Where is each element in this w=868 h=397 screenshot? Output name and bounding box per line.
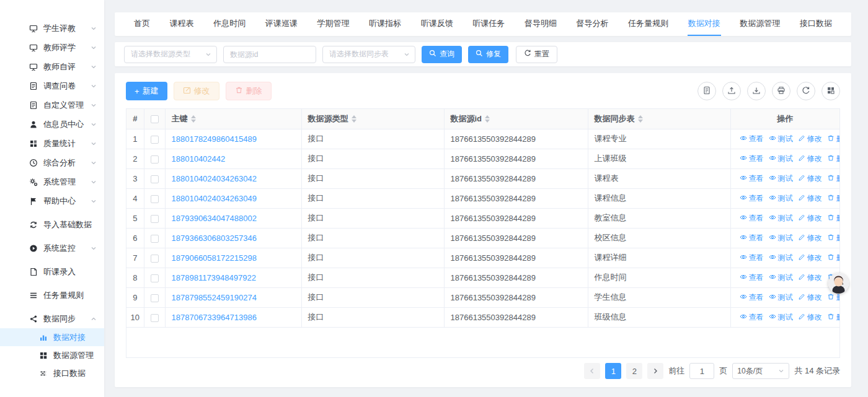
sidebar-item-11[interactable]: 系统监控 (0, 238, 104, 258)
row-action-modify[interactable]: 修改 (798, 154, 822, 164)
sidebar-item-1[interactable]: 教师评学 (0, 38, 104, 57)
row-action-test[interactable]: 测试 (769, 134, 793, 144)
header-source-id[interactable]: 数据源id (444, 109, 588, 129)
row-action-view[interactable]: 查看 (740, 233, 764, 243)
row-action-view[interactable]: 查看 (740, 213, 764, 224)
row-action-delete[interactable]: 删除 (827, 193, 840, 204)
row-action-view[interactable]: 查看 (740, 253, 764, 263)
header-pk[interactable]: 主键 (165, 109, 301, 129)
row-action-test[interactable]: 测试 (769, 253, 793, 263)
row-action-delete[interactable]: 删除 (827, 233, 840, 243)
sidebar-item-4[interactable]: 自定义管理 (0, 95, 104, 115)
row-action-modify[interactable]: 修改 (798, 233, 822, 243)
row-action-view[interactable]: 查看 (740, 173, 764, 184)
tab-10[interactable]: 任务量规则 (627, 12, 669, 36)
sidebar-item-16[interactable]: 数据源管理 (0, 346, 104, 364)
row-action-test[interactable]: 测试 (769, 312, 793, 323)
row-action-test[interactable]: 测试 (769, 173, 793, 184)
row-pk-link[interactable]: 1880104024034263049 (172, 194, 257, 203)
row-action-view[interactable]: 查看 (740, 193, 764, 204)
row-action-modify[interactable]: 修改 (798, 134, 822, 144)
layout-button[interactable] (822, 82, 840, 100)
sidebar-item-7[interactable]: 综合分析 (0, 153, 104, 172)
row-action-test[interactable]: 测试 (769, 292, 793, 303)
row-checkbox-cell[interactable] (144, 287, 165, 307)
repair-button[interactable]: 修复 (468, 46, 508, 63)
sidebar-item-12[interactable]: 听课录入 (0, 262, 104, 281)
row-action-view[interactable]: 查看 (740, 292, 764, 303)
sidebar-item-6[interactable]: 质量统计 (0, 134, 104, 153)
tab-11[interactable]: 数据对接 (688, 12, 721, 36)
row-checkbox-cell[interactable] (144, 228, 165, 248)
row-action-test[interactable]: 测试 (769, 273, 793, 283)
row-action-delete[interactable]: 删除 (827, 213, 840, 224)
row-checkbox-cell[interactable] (144, 168, 165, 188)
row-action-view[interactable]: 查看 (740, 134, 764, 144)
row-checkbox-cell[interactable] (144, 248, 165, 268)
create-button[interactable]: + 新建 (126, 82, 167, 100)
row-pk-link[interactable]: 1879366306803257346 (172, 233, 257, 243)
header-select-all[interactable] (144, 109, 165, 129)
refresh-button[interactable] (797, 82, 815, 100)
row-action-delete[interactable]: 删除 (827, 173, 840, 184)
row-action-view[interactable]: 查看 (740, 154, 764, 164)
row-action-test[interactable]: 测试 (769, 213, 793, 224)
sidebar-item-15[interactable]: 数据对接 (0, 328, 104, 346)
next-page-button[interactable] (647, 363, 663, 379)
sort-carets-icon[interactable] (638, 115, 643, 123)
select-all-checkbox[interactable] (151, 115, 159, 123)
prev-page-button[interactable] (584, 363, 600, 379)
row-action-test[interactable]: 测试 (769, 154, 793, 164)
delete-button[interactable]: 删除 (226, 82, 272, 100)
row-pk-link[interactable]: 1878981173948497922 (172, 273, 256, 282)
source-id-input[interactable] (223, 46, 316, 63)
tab-5[interactable]: 听课指标 (368, 12, 402, 36)
print-button[interactable] (772, 82, 790, 100)
row-pk-link[interactable]: 188010402442 (172, 154, 226, 164)
query-button[interactable]: 查询 (422, 46, 462, 63)
row-action-view[interactable]: 查看 (740, 312, 764, 323)
row-action-delete[interactable]: 删除 (827, 134, 840, 144)
tab-6[interactable]: 听课反馈 (420, 12, 454, 36)
document-button[interactable] (698, 82, 716, 100)
row-action-delete[interactable]: 删除 (827, 312, 840, 323)
row-action-view[interactable]: 查看 (740, 273, 764, 283)
sidebar-item-10[interactable]: 导入基础数据 (0, 215, 104, 234)
page-size-select[interactable]: 10条/页 (732, 363, 789, 379)
tab-13[interactable]: 接口数据 (799, 12, 833, 36)
sidebar-item-17[interactable]: 接口数据 (0, 364, 104, 382)
page-button-1[interactable]: 1 (605, 363, 621, 379)
sidebar-item-3[interactable]: 调查问卷 (0, 76, 104, 95)
tab-12[interactable]: 数据源管理 (739, 12, 781, 36)
row-pk-link[interactable]: 1878706733964713986 (172, 313, 257, 322)
row-checkbox[interactable] (151, 136, 159, 144)
tab-1[interactable]: 课程表 (169, 12, 195, 36)
upload-button[interactable] (722, 82, 741, 100)
sidebar-item-13[interactable]: 任务量规则 (0, 286, 104, 305)
row-checkbox[interactable] (151, 235, 159, 243)
row-pk-link[interactable]: 1880178249860415489 (172, 134, 257, 144)
row-action-modify[interactable]: 修改 (798, 173, 822, 184)
row-action-modify[interactable]: 修改 (798, 193, 822, 204)
row-checkbox-cell[interactable] (144, 268, 165, 287)
row-checkbox-cell[interactable] (144, 149, 165, 168)
sidebar-item-9[interactable]: 帮助中心 (0, 191, 104, 211)
row-checkbox-cell[interactable] (144, 129, 165, 149)
row-checkbox[interactable] (151, 314, 159, 322)
sync-table-select[interactable]: 请选择数据同步表 (322, 46, 415, 63)
modify-button[interactable]: 修改 (174, 82, 219, 100)
row-checkbox[interactable] (151, 274, 159, 282)
sidebar-item-14[interactable]: 数据同步 (0, 309, 104, 328)
tab-8[interactable]: 督导明细 (524, 12, 557, 36)
row-action-delete[interactable]: 删除 (827, 253, 840, 263)
row-pk-link[interactable]: 1879390634047488002 (172, 214, 257, 223)
row-checkbox[interactable] (151, 155, 159, 164)
row-pk-link[interactable]: 1878798552459190274 (172, 293, 257, 302)
reset-button[interactable]: 重置 (516, 46, 557, 63)
row-action-modify[interactable]: 修改 (798, 292, 822, 303)
row-action-delete[interactable]: 删除 (827, 154, 840, 164)
row-action-test[interactable]: 测试 (769, 233, 793, 243)
row-action-modify[interactable]: 修改 (798, 253, 822, 263)
row-checkbox[interactable] (151, 195, 159, 203)
sort-carets-icon[interactable] (485, 115, 490, 123)
